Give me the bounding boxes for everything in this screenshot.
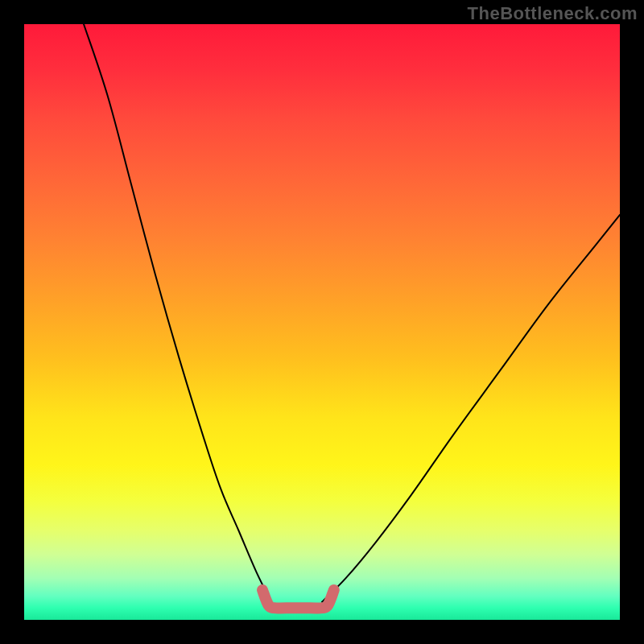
right-curve-line [322, 215, 620, 602]
chart-svg [24, 24, 620, 620]
watermark-text: TheBottleneck.com [468, 3, 638, 24]
valley-highlight-line [262, 590, 334, 608]
plot-area [24, 24, 620, 620]
left-curve-line [84, 24, 271, 602]
chart-frame: TheBottleneck.com [0, 0, 644, 644]
